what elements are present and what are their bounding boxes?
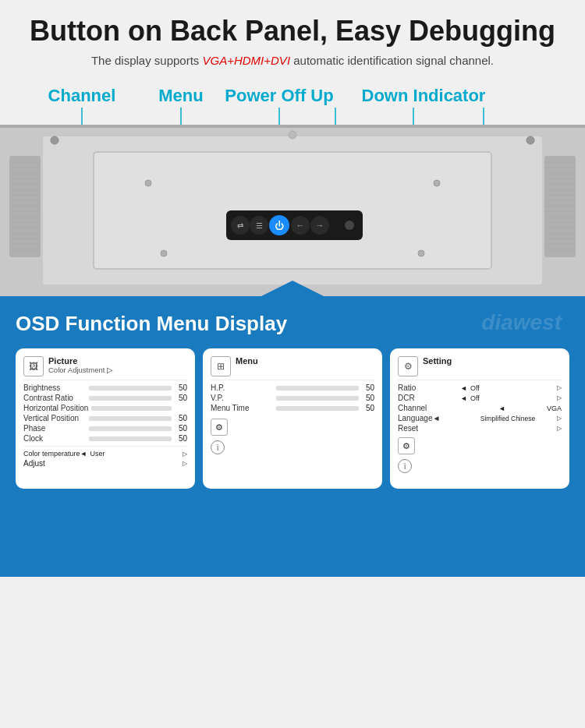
svg-text:Power Off Up: Power Off Up — [225, 86, 333, 105]
row-language: Language◄ Simplified Chinese ▷ — [398, 414, 562, 422]
label-menutime: Menu Time — [211, 404, 273, 412]
main-title: Button on Back Panel, Easy Debugging — [16, 14, 569, 48]
row-vpos: Vertical Position 50 — [23, 414, 187, 422]
row-channel: Channel ◄ VGA — [398, 404, 562, 412]
row-reset: Reset ▷ — [398, 424, 562, 433]
info-icon-setting: i — [398, 459, 412, 473]
svg-text:Channel: Channel — [48, 86, 116, 105]
card-title: Picture — [48, 356, 113, 366]
val-brightness: 50 — [175, 383, 187, 392]
subtitle-plain: The display supports — [91, 54, 203, 67]
row-clock: Clock 50 — [23, 434, 187, 443]
setting-icon: ⚙ — [398, 356, 418, 376]
val-colortemp: User — [90, 450, 105, 458]
left-arrow-dcr: ◄ — [460, 394, 467, 402]
svg-point-66 — [161, 250, 167, 256]
svg-point-62 — [526, 136, 534, 144]
label-channel: Channel — [398, 404, 460, 412]
label-phase: Phase — [23, 424, 86, 433]
svg-text:⏻: ⏻ — [275, 221, 284, 231]
subtitle: The display supports VGA+HDMI+DVI automa… — [16, 54, 569, 67]
arrow-dcr: ▷ — [557, 394, 562, 401]
picture-icon: 🖼 — [23, 356, 44, 376]
label-vp: V.P. — [211, 394, 273, 402]
row-adjust: Adjust ▷ — [23, 459, 187, 468]
label-reset: Reset — [398, 424, 460, 433]
row-brightness: Brightness 50 — [23, 383, 187, 392]
bar-vp — [276, 396, 359, 401]
card-title-picture: Picture Color Adjustment ▷ — [48, 356, 113, 374]
label-hp: H.P. — [211, 383, 273, 392]
val-vpos: 50 — [175, 414, 187, 422]
svg-text:☰: ☰ — [256, 221, 263, 230]
label-adjust: Adjust — [23, 459, 45, 468]
gear-icon-setting: ⚙ — [398, 437, 415, 454]
val-clock: 50 — [175, 434, 187, 443]
subtitle-end: automatic identification signal channel. — [290, 54, 494, 67]
osd-card-setting: ⚙ Setting Ratio ◄ Off ▷ DCR ◄ Off ▷ Chan… — [390, 348, 569, 489]
watermark: diawest — [481, 310, 562, 335]
bar-brightness — [89, 386, 172, 391]
bar-vpos — [89, 416, 172, 421]
top-section: Button on Back Panel, Easy Debugging The… — [0, 0, 585, 67]
card-header-setting: ⚙ Setting — [398, 356, 562, 376]
label-language: Language◄ — [398, 414, 460, 422]
card-icons-row: ⚙ — [211, 419, 374, 436]
osd-card-picture: 🖼 Picture Color Adjustment ▷ Brightness … — [16, 348, 195, 489]
arrow-ratio: ▷ — [557, 384, 562, 391]
val-phase: 50 — [175, 424, 187, 433]
row-phase: Phase 50 — [23, 424, 187, 433]
card-icons-row-setting: ⚙ — [398, 437, 562, 454]
val-contrast: 50 — [175, 394, 187, 402]
svg-point-61 — [51, 136, 58, 144]
bar-phase — [89, 426, 172, 431]
arrow-reset: ▷ — [557, 425, 562, 432]
arrow-language: ▷ — [557, 415, 562, 422]
osd-card-menu: ⊞ Menu H.P. 50 V.P. 50 Menu Time 50 ⚙ — [203, 348, 382, 489]
label-brightness: Brightness — [23, 383, 86, 392]
label-vpos: Vertical Position — [23, 414, 86, 422]
bar-contrast — [89, 396, 172, 401]
val-ratio: Off — [470, 384, 480, 392]
left-arrow-ratio: ◄ — [460, 384, 467, 392]
left-arrow-channel: ◄ — [498, 405, 505, 412]
diagram-svg: Channel Menu Power Off Up Down Indicator — [0, 78, 585, 296]
subtitle-highlight: VGA+HDMI+DVI — [203, 54, 291, 67]
val-hp: 50 — [362, 383, 374, 392]
gear-icon-menu: ⚙ — [211, 419, 228, 436]
row-hp: H.P. 50 — [211, 383, 374, 392]
row-contrast: Contrast Ratio 50 — [23, 394, 187, 402]
diagram-wrapper: Channel Menu Power Off Up Down Indicator — [0, 78, 585, 296]
card-title-setting: Setting — [423, 356, 452, 366]
row-vp: V.P. 50 — [211, 394, 374, 402]
svg-rect-43 — [544, 156, 576, 257]
arrow-adjust: ▷ — [183, 460, 187, 467]
svg-point-65 — [434, 180, 440, 186]
svg-text:Menu: Menu — [158, 86, 203, 105]
svg-point-80 — [345, 221, 354, 230]
arrow-colortemp: ▷ — [183, 451, 187, 458]
row-menutime: Menu Time 50 — [211, 404, 374, 412]
bar-hpos — [91, 406, 172, 411]
card-title-menu: Menu — [236, 356, 258, 366]
label-contrast: Contrast Ratio — [23, 394, 86, 402]
svg-point-68 — [289, 131, 296, 139]
val-language: Simplified Chinese — [480, 415, 535, 422]
info-icon-menu: i — [211, 440, 225, 454]
card-header-picture: 🖼 Picture Color Adjustment ▷ — [23, 356, 187, 376]
val-menutime: 50 — [362, 404, 374, 412]
svg-text:⇄: ⇄ — [237, 221, 243, 230]
svg-text:←: ← — [296, 221, 305, 230]
val-vp: 50 — [362, 394, 374, 402]
val-channel: VGA — [547, 405, 562, 412]
svg-rect-23 — [0, 125, 585, 128]
bar-menutime — [276, 406, 359, 411]
menu-icon: ⊞ — [211, 356, 231, 376]
svg-rect-25 — [9, 156, 41, 257]
label-colortemp: Color temperature◄ — [23, 450, 87, 458]
row-ratio: Ratio ◄ Off ▷ — [398, 383, 562, 392]
card-header-menu: ⊞ Menu — [211, 356, 374, 376]
svg-point-64 — [145, 180, 151, 186]
bottom-section: diawest OSD Function Menu Display 🖼 Pict… — [0, 296, 585, 577]
bar-hp — [276, 386, 359, 391]
